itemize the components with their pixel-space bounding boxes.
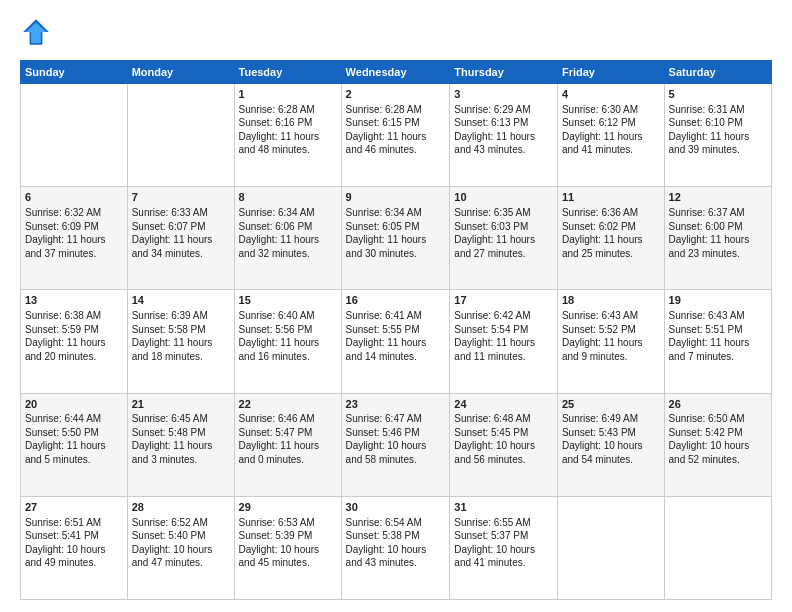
sunrise-text: Sunrise: 6:36 AM [562, 207, 638, 218]
daylight-text: Daylight: 10 hours and 43 minutes. [346, 544, 427, 569]
daylight-text: Daylight: 11 hours and 32 minutes. [239, 234, 320, 259]
sunrise-text: Sunrise: 6:43 AM [669, 310, 745, 321]
calendar-cell: 3Sunrise: 6:29 AMSunset: 6:13 PMDaylight… [450, 84, 558, 187]
calendar-cell: 5Sunrise: 6:31 AMSunset: 6:10 PMDaylight… [664, 84, 771, 187]
sunset-text: Sunset: 6:02 PM [562, 221, 636, 232]
daylight-text: Daylight: 10 hours and 52 minutes. [669, 440, 750, 465]
day-number: 4 [562, 87, 660, 102]
sunset-text: Sunset: 5:50 PM [25, 427, 99, 438]
svg-marker-1 [26, 22, 47, 43]
calendar-cell [664, 496, 771, 599]
sunrise-text: Sunrise: 6:46 AM [239, 413, 315, 424]
calendar-cell [21, 84, 128, 187]
sunset-text: Sunset: 5:58 PM [132, 324, 206, 335]
day-number: 29 [239, 500, 337, 515]
sunrise-text: Sunrise: 6:48 AM [454, 413, 530, 424]
calendar-cell: 31Sunrise: 6:55 AMSunset: 5:37 PMDayligh… [450, 496, 558, 599]
sunset-text: Sunset: 5:55 PM [346, 324, 420, 335]
sunrise-text: Sunrise: 6:37 AM [669, 207, 745, 218]
daylight-text: Daylight: 10 hours and 45 minutes. [239, 544, 320, 569]
day-number: 5 [669, 87, 767, 102]
daylight-text: Daylight: 11 hours and 43 minutes. [454, 131, 535, 156]
sunset-text: Sunset: 6:12 PM [562, 117, 636, 128]
calendar-cell: 6Sunrise: 6:32 AMSunset: 6:09 PMDaylight… [21, 187, 128, 290]
day-header-monday: Monday [127, 61, 234, 84]
day-number: 7 [132, 190, 230, 205]
sunrise-text: Sunrise: 6:40 AM [239, 310, 315, 321]
day-number: 24 [454, 397, 553, 412]
sunrise-text: Sunrise: 6:41 AM [346, 310, 422, 321]
calendar-cell: 9Sunrise: 6:34 AMSunset: 6:05 PMDaylight… [341, 187, 450, 290]
day-number: 21 [132, 397, 230, 412]
daylight-text: Daylight: 10 hours and 41 minutes. [454, 544, 535, 569]
day-number: 22 [239, 397, 337, 412]
daylight-text: Daylight: 11 hours and 11 minutes. [454, 337, 535, 362]
calendar-cell: 28Sunrise: 6:52 AMSunset: 5:40 PMDayligh… [127, 496, 234, 599]
day-number: 20 [25, 397, 123, 412]
sunrise-text: Sunrise: 6:34 AM [346, 207, 422, 218]
calendar-cell: 1Sunrise: 6:28 AMSunset: 6:16 PMDaylight… [234, 84, 341, 187]
sunset-text: Sunset: 6:09 PM [25, 221, 99, 232]
logo [20, 16, 58, 48]
sunrise-text: Sunrise: 6:54 AM [346, 517, 422, 528]
calendar-week-5: 27Sunrise: 6:51 AMSunset: 5:41 PMDayligh… [21, 496, 772, 599]
sunrise-text: Sunrise: 6:55 AM [454, 517, 530, 528]
sunset-text: Sunset: 6:07 PM [132, 221, 206, 232]
day-number: 17 [454, 293, 553, 308]
daylight-text: Daylight: 10 hours and 47 minutes. [132, 544, 213, 569]
daylight-text: Daylight: 11 hours and 7 minutes. [669, 337, 750, 362]
sunrise-text: Sunrise: 6:35 AM [454, 207, 530, 218]
calendar-cell: 15Sunrise: 6:40 AMSunset: 5:56 PMDayligh… [234, 290, 341, 393]
day-header-friday: Friday [557, 61, 664, 84]
sunrise-text: Sunrise: 6:52 AM [132, 517, 208, 528]
sunrise-text: Sunrise: 6:32 AM [25, 207, 101, 218]
sunrise-text: Sunrise: 6:47 AM [346, 413, 422, 424]
day-number: 28 [132, 500, 230, 515]
day-number: 2 [346, 87, 446, 102]
daylight-text: Daylight: 11 hours and 14 minutes. [346, 337, 427, 362]
sunrise-text: Sunrise: 6:39 AM [132, 310, 208, 321]
sunrise-text: Sunrise: 6:29 AM [454, 104, 530, 115]
day-number: 19 [669, 293, 767, 308]
sunrise-text: Sunrise: 6:44 AM [25, 413, 101, 424]
daylight-text: Daylight: 11 hours and 5 minutes. [25, 440, 106, 465]
day-number: 10 [454, 190, 553, 205]
day-number: 15 [239, 293, 337, 308]
daylight-text: Daylight: 11 hours and 27 minutes. [454, 234, 535, 259]
day-header-thursday: Thursday [450, 61, 558, 84]
daylight-text: Daylight: 11 hours and 3 minutes. [132, 440, 213, 465]
calendar-cell: 16Sunrise: 6:41 AMSunset: 5:55 PMDayligh… [341, 290, 450, 393]
day-number: 11 [562, 190, 660, 205]
day-number: 12 [669, 190, 767, 205]
sunset-text: Sunset: 5:56 PM [239, 324, 313, 335]
sunset-text: Sunset: 6:15 PM [346, 117, 420, 128]
daylight-text: Daylight: 11 hours and 25 minutes. [562, 234, 643, 259]
sunrise-text: Sunrise: 6:53 AM [239, 517, 315, 528]
logo-icon [20, 16, 52, 48]
day-number: 26 [669, 397, 767, 412]
sunset-text: Sunset: 5:37 PM [454, 530, 528, 541]
calendar-table: SundayMondayTuesdayWednesdayThursdayFrid… [20, 60, 772, 600]
calendar-week-2: 6Sunrise: 6:32 AMSunset: 6:09 PMDaylight… [21, 187, 772, 290]
daylight-text: Daylight: 11 hours and 48 minutes. [239, 131, 320, 156]
sunset-text: Sunset: 5:48 PM [132, 427, 206, 438]
sunrise-text: Sunrise: 6:50 AM [669, 413, 745, 424]
sunset-text: Sunset: 6:06 PM [239, 221, 313, 232]
day-number: 30 [346, 500, 446, 515]
calendar-cell: 2Sunrise: 6:28 AMSunset: 6:15 PMDaylight… [341, 84, 450, 187]
daylight-text: Daylight: 11 hours and 41 minutes. [562, 131, 643, 156]
daylight-text: Daylight: 11 hours and 37 minutes. [25, 234, 106, 259]
calendar-cell: 12Sunrise: 6:37 AMSunset: 6:00 PMDayligh… [664, 187, 771, 290]
day-number: 27 [25, 500, 123, 515]
day-number: 9 [346, 190, 446, 205]
daylight-text: Daylight: 11 hours and 39 minutes. [669, 131, 750, 156]
sunrise-text: Sunrise: 6:33 AM [132, 207, 208, 218]
day-number: 13 [25, 293, 123, 308]
calendar-cell: 19Sunrise: 6:43 AMSunset: 5:51 PMDayligh… [664, 290, 771, 393]
calendar-cell: 11Sunrise: 6:36 AMSunset: 6:02 PMDayligh… [557, 187, 664, 290]
sunset-text: Sunset: 6:10 PM [669, 117, 743, 128]
daylight-text: Daylight: 10 hours and 54 minutes. [562, 440, 643, 465]
calendar-cell: 8Sunrise: 6:34 AMSunset: 6:06 PMDaylight… [234, 187, 341, 290]
daylight-text: Daylight: 11 hours and 18 minutes. [132, 337, 213, 362]
calendar-cell: 25Sunrise: 6:49 AMSunset: 5:43 PMDayligh… [557, 393, 664, 496]
